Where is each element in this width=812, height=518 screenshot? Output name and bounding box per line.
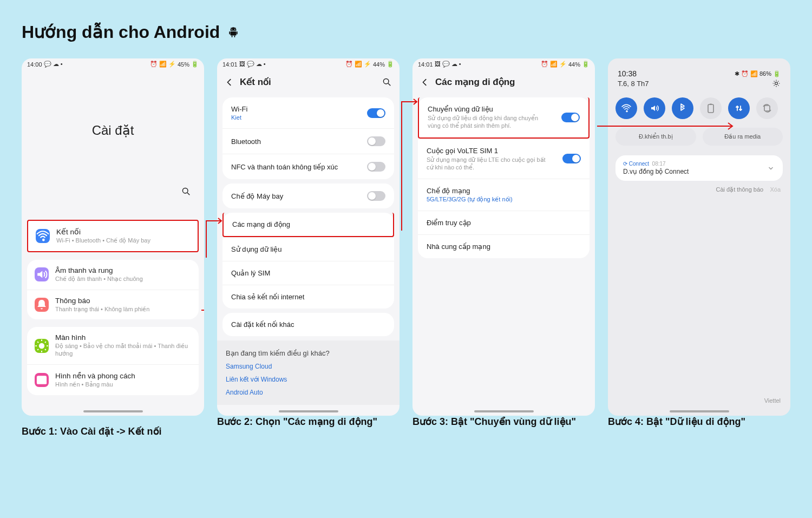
wifi-icon — [36, 229, 50, 243]
row-data-roaming[interactable]: Chuyển vùng dữ liệu Sử dụng dữ liệu di đ… — [418, 97, 590, 139]
notif-app: Connect — [629, 161, 649, 167]
toggle-nfc[interactable] — [367, 162, 385, 172]
settings-item-sound[interactable]: Âm thanh và rung Chế độ âm thanh • Nhạc … — [27, 260, 199, 290]
nav-handle — [83, 410, 143, 412]
item-label: Wi-Fi — [231, 105, 247, 113]
page-title: Hướng dẫn cho Android — [22, 22, 790, 42]
row-volte[interactable]: Cuộc gọi VoLTE SIM 1 Sử dụng mạng dữ liệ… — [418, 139, 590, 179]
qp-media-output[interactable]: Đầu ra media — [703, 128, 783, 146]
item-sub: Hình nền • Bảng màu — [55, 381, 191, 389]
sound-icon — [35, 267, 49, 281]
toggle-wifi[interactable] — [367, 108, 385, 118]
item-label: Chia sẻ kết nối internet — [231, 293, 304, 301]
suggestion-block: Bạn đang tìm kiếm điều gì khác? Samsung … — [217, 340, 400, 405]
settings-connections-group[interactable]: Kết nối Wi-Fi • Bluetooth • Chế độ Máy b… — [27, 220, 199, 252]
status-bar: 14:01 🖼 💬 ☁ • ⏰ 📶 ⚡ 44% 🔋 — [412, 58, 595, 69]
qp-rotation[interactable] — [756, 97, 778, 119]
item-label: Hình nền và phong cách — [55, 371, 191, 380]
qp-date: T.6, 8 Th7 — [618, 80, 649, 88]
qp-sound[interactable] — [644, 97, 665, 119]
mobile-data-icon — [734, 103, 744, 114]
nav-handle — [279, 410, 338, 412]
sound-icon — [649, 103, 660, 114]
notif-clear-link[interactable]: Xóa — [770, 186, 781, 193]
search-icon[interactable] — [181, 187, 191, 196]
notification-card[interactable]: ⟳ Connect 08:17 D.vụ đồng bộ Connect — [615, 155, 783, 181]
rotation-icon — [762, 103, 772, 114]
search-icon[interactable] — [382, 77, 392, 87]
nav-handle — [670, 410, 729, 412]
back-icon[interactable] — [420, 77, 430, 87]
item-label: Chuyển vùng dữ liệu — [428, 105, 547, 113]
screen-title: Các mạng di động — [435, 76, 515, 88]
item-sub: Sử dụng dữ liệu di động khi đang chuyển … — [428, 114, 547, 130]
back-icon[interactable] — [225, 77, 234, 87]
settings-item-display[interactable]: Màn hình Độ sáng • Bảo vệ cho mắt thoải … — [27, 327, 199, 364]
item-label: Các mạng di động — [232, 220, 290, 228]
phone-step-1: 14:00 💬 ☁ • ⏰ 📶 ⚡ 45% 🔋 Cài đặt Kết nối … — [22, 58, 204, 416]
row-nfc[interactable]: NFC và thanh toán không tiếp xúc — [222, 154, 394, 179]
item-label: Nhà cung cấp mạng — [427, 242, 490, 251]
item-label: Cài đặt kết nối khác — [231, 320, 294, 329]
nav-handle — [474, 410, 534, 412]
suggest-prompt: Bạn đang tìm kiếm điều gì khác? — [226, 349, 391, 357]
status-bar: 14:01 🖼 💬 ☁ • ⏰ 📶 ⚡ 44% 🔋 — [217, 58, 400, 69]
wifi-icon — [621, 103, 632, 114]
suggest-link[interactable]: Samsung Cloud — [226, 363, 391, 370]
android-icon — [227, 25, 239, 38]
item-label: Màn hình — [55, 333, 191, 342]
toggle-data-roaming[interactable] — [561, 113, 580, 122]
phone-step-3: 14:01 🖼 💬 ☁ • ⏰ 📶 ⚡ 44% 🔋 Các mạng di độ… — [412, 58, 595, 416]
qp-mobile-data[interactable] — [728, 97, 750, 119]
step-caption-4: Bước 4: Bật "Dữ liệu di động" — [608, 416, 790, 428]
step-caption-2: Bước 2: Chọn "Các mạng di động" — [217, 416, 400, 428]
notif-settings-link[interactable]: Cài đặt thông báo — [716, 186, 763, 193]
row-sim-manager[interactable]: Quản lý SIM — [222, 261, 394, 285]
notif-title: D.vụ đồng bộ Connect — [623, 168, 689, 175]
settings-heading: Cài đặt — [22, 123, 204, 138]
item-label: Kết nối — [56, 227, 190, 236]
qp-status-icons: ✱ ⏰ 📶 86% 🔋 — [735, 70, 781, 77]
item-sub-link: Kiet — [231, 114, 247, 121]
suggest-link[interactable]: Liên kết với Windows — [226, 376, 391, 383]
phone-step-2: 14:01 🖼 💬 ☁ • ⏰ 📶 ⚡ 44% 🔋 Kết nối Wi-Fi … — [217, 58, 400, 416]
item-sub: Chế độ âm thanh • Nhạc chuông — [55, 276, 191, 283]
status-bar: 14:00 💬 ☁ • ⏰ 📶 ⚡ 45% 🔋 — [22, 58, 204, 69]
gear-icon[interactable] — [772, 79, 781, 88]
row-mobile-networks[interactable]: Các mạng di động — [222, 213, 394, 237]
qp-device-control[interactable]: Đ.khiển th.bị — [615, 128, 696, 146]
item-label: Chế độ mạng — [427, 187, 513, 195]
item-label: Quản lý SIM — [231, 269, 270, 277]
qp-wifi[interactable] — [615, 97, 637, 119]
settings-item-wallpaper[interactable]: Hình nền và phong cách Hình nền • Bảng m… — [27, 364, 199, 395]
settings-item-notification[interactable]: Thông báo Thanh trạng thái • Không làm p… — [27, 290, 199, 320]
notif-time: 08:17 — [652, 161, 666, 167]
carrier-label: Viettel — [764, 397, 781, 404]
image-icon — [35, 373, 49, 387]
item-label: Cuộc gọi VoLTE SIM 1 — [427, 147, 546, 155]
suggest-link[interactable]: Android Auto — [226, 389, 391, 396]
toggle-volte[interactable] — [562, 154, 581, 163]
qp-bluetooth[interactable] — [672, 97, 693, 119]
step-caption-1: Bước 1: Vào Cài đặt -> Kết nối — [22, 425, 204, 437]
chevron-down-icon[interactable] — [767, 164, 775, 173]
row-airplane[interactable]: Chế độ Máy bay — [222, 183, 394, 208]
row-bluetooth[interactable]: Bluetooth — [222, 128, 394, 154]
toggle-airplane[interactable] — [367, 191, 385, 201]
row-operators[interactable]: Nhà cung cấp mạng — [418, 234, 590, 258]
row-wifi[interactable]: Wi-Fi Kiet — [222, 97, 394, 128]
row-more-connection[interactable]: Cài đặt kết nối khác — [222, 313, 394, 336]
item-label: NFC và thanh toán không tiếp xúc — [231, 163, 338, 171]
item-sub: Sử dụng mạng dữ liệu LTE cho cuộc gọi bấ… — [427, 156, 546, 172]
item-sub: Độ sáng • Bảo vệ cho mắt thoải mái • Tha… — [55, 343, 191, 358]
step-caption-3: Bước 3: Bật "Chuyển vùng dữ liệu" — [412, 416, 595, 428]
item-sub: Thanh trạng thái • Không làm phiền — [55, 306, 191, 313]
screen-title: Kết nối — [240, 76, 271, 88]
sun-icon — [35, 339, 49, 353]
toggle-bluetooth[interactable] — [367, 136, 385, 146]
row-network-mode[interactable]: Chế độ mạng 5G/LTE/3G/2G (tự động kết nố… — [418, 179, 590, 211]
row-apn[interactable]: Điểm truy cập — [418, 211, 590, 234]
row-data-usage[interactable]: Sử dụng dữ liệu — [222, 237, 394, 261]
qp-battery-saver[interactable] — [700, 97, 722, 119]
row-tethering[interactable]: Chia sẻ kết nối internet — [222, 285, 394, 309]
